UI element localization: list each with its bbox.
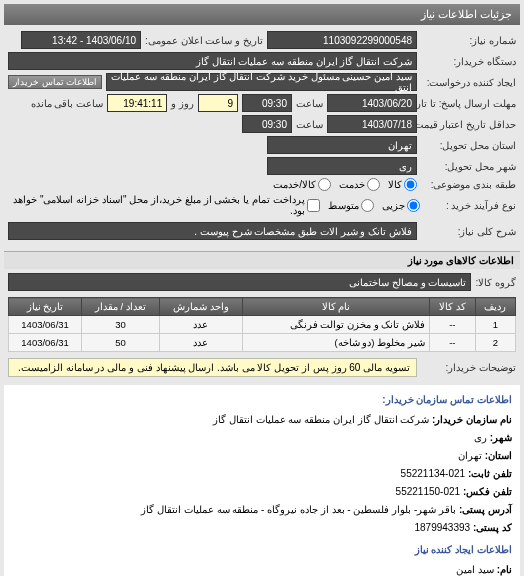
col-code: کد کالا — [429, 298, 475, 316]
panel-title: جزئیات اطلاعات نیاز — [4, 4, 520, 25]
cell: 2 — [475, 334, 515, 352]
contact-address: آدرس پستی: باقر شهر- بلوار فلسطین - بعد … — [141, 504, 512, 515]
category-label: طبقه بندی موضوعی: — [421, 179, 516, 190]
col-name: نام کالا — [243, 298, 430, 316]
cat-both-label: کالا/خدمت — [273, 179, 316, 190]
nt-note-option[interactable]: پرداخت تمام یا بخشی از مبلغ خرید،از محل … — [8, 194, 320, 216]
cat-goods-option[interactable]: کالا — [388, 178, 417, 191]
contact-province: استان: تهران — [458, 450, 512, 461]
days-remaining: 9 — [198, 94, 238, 112]
cell: شیر مخلوط (دو شاخه) — [243, 334, 430, 352]
cat-goods-label: کالا — [388, 179, 402, 190]
cell: 50 — [82, 334, 160, 352]
resp-deadline-time: 09:30 — [242, 94, 292, 112]
nt-note-label: پرداخت تمام یا بخشی از مبلغ خرید،از محل … — [8, 194, 305, 216]
days-label: روز و — [171, 98, 194, 109]
summary-field: فلاش تانک و شیر الات طبق مشخصات شرح پیوس… — [8, 222, 417, 240]
contact-name: نام: سید امین — [456, 564, 512, 575]
table-row[interactable]: 1 -- فلاش تانک و مخزن توالت فرنگی عدد 30… — [9, 316, 516, 334]
datetime-label: تاریخ و ساعت اعلان عمومی: — [145, 35, 263, 46]
cat-goods-radio[interactable] — [404, 178, 417, 191]
nt-mid-radio[interactable] — [361, 199, 374, 212]
cell: 1403/06/31 — [9, 316, 82, 334]
validity-time-label: ساعت — [296, 119, 323, 130]
contact-section: اطلاعات تماس سازمان خریدار: نام سازمان خ… — [4, 385, 520, 576]
cell: 30 — [82, 316, 160, 334]
nt-mid-option[interactable]: متوسط — [328, 199, 374, 212]
summary-label: شرح کلی نیاز: — [421, 226, 516, 237]
table-header-row: ردیف کد کالا نام کالا واحد شمارش تعداد /… — [9, 298, 516, 316]
remain-label: ساعت باقی مانده — [31, 98, 104, 109]
cell: 1 — [475, 316, 515, 334]
validity-time: 09:30 — [242, 115, 292, 133]
contact-city: شهر: ری — [474, 432, 512, 443]
items-table: ردیف کد کالا نام کالا واحد شمارش تعداد /… — [8, 297, 516, 352]
need-type-label: نوع فرآیند خرید : — [424, 200, 516, 211]
creator-label: ایجاد کننده درخواست: — [421, 77, 516, 88]
cell: فلاش تانک و مخزن توالت فرنگی — [243, 316, 430, 334]
items-table-wrap: ردیف کد کالا نام کالا واحد شمارش تعداد /… — [4, 295, 520, 354]
nt-note-checkbox[interactable] — [307, 199, 320, 212]
category-radios: کالا خدمت کالا/خدمت — [273, 178, 417, 191]
time-remaining: 19:41:11 — [107, 94, 167, 112]
validity-date: 1403/07/18 — [327, 115, 417, 133]
city-label: شهر محل تحویل: — [421, 161, 516, 172]
group-field: تاسیسات و مصالح ساختمانی — [8, 273, 471, 291]
cell: 1403/06/31 — [9, 334, 82, 352]
buyer-desc-label: توضیحات خریدار: — [421, 362, 516, 373]
creator-info-title: اطلاعات ایجاد کننده نیاز — [12, 541, 512, 559]
cell: -- — [429, 316, 475, 334]
contact-postal: کد پستی: 1879943393 — [414, 522, 512, 533]
nt-low-radio[interactable] — [407, 199, 420, 212]
validity-label: حداقل تاریخ اعتبار قیمت: تا تاریخ: — [421, 119, 516, 130]
table-row[interactable]: 2 -- شیر مخلوط (دو شاخه) عدد 50 1403/06/… — [9, 334, 516, 352]
cat-both-option[interactable]: کالا/خدمت — [273, 178, 331, 191]
province-label: استان محل تحویل: — [421, 140, 516, 151]
cell: -- — [429, 334, 475, 352]
buyer-desc-field: تسویه مالی 60 روز پس از تحویل کالا می با… — [8, 358, 417, 377]
col-unit: واحد شمارش — [159, 298, 243, 316]
contact-phone: تلفن ثابت: 021-55221134 — [401, 468, 512, 479]
province-field: تهران — [267, 136, 417, 154]
group-label: گروه کالا: — [475, 277, 516, 288]
contact-title: اطلاعات تماس سازمان خریدار: — [12, 391, 512, 409]
resp-deadline-label: مهلت ارسال پاسخ: تا تاریخ: — [421, 98, 516, 109]
nt-low-option[interactable]: جزیی — [382, 199, 420, 212]
org-label: دستگاه خریدار: — [421, 56, 516, 67]
cell: عدد — [159, 334, 243, 352]
cell: عدد — [159, 316, 243, 334]
datetime-field: 1403/06/10 - 13:42 — [21, 31, 141, 49]
nt-low-label: جزیی — [382, 200, 405, 211]
form-section: شماره نیاز: 1103092299000548 تاریخ و ساع… — [4, 29, 520, 245]
city-field: ری — [267, 157, 417, 175]
resp-time-label: ساعت — [296, 98, 323, 109]
resp-deadline-date: 1403/06/20 — [327, 94, 417, 112]
contact-fax: تلفن فکس: 021-55221150 — [396, 486, 512, 497]
col-qty: تعداد / مقدار — [82, 298, 160, 316]
org-field: شرکت انتقال گاز ایران منطقه سه عملیات ان… — [8, 52, 417, 70]
need-number-field: 1103092299000548 — [267, 31, 417, 49]
items-section-title: اطلاعات کالاهای مورد نیاز — [4, 251, 520, 269]
cat-service-radio[interactable] — [367, 178, 380, 191]
need-number-label: شماره نیاز: — [421, 35, 516, 46]
cat-both-radio[interactable] — [318, 178, 331, 191]
creator-field: سید امین حسینی مسئول خرید شرکت انتقال گا… — [106, 73, 417, 91]
nt-mid-label: متوسط — [328, 200, 359, 211]
contact-buyer-button[interactable]: اطلاعات تماس خریدار — [8, 75, 102, 89]
col-date: تاریخ نیاز — [9, 298, 82, 316]
cat-service-label: خدمت — [339, 179, 365, 190]
need-type-radios: جزیی متوسط پرداخت تمام یا بخشی از مبلغ خ… — [8, 194, 420, 216]
main-panel: جزئیات اطلاعات نیاز شماره نیاز: 11030922… — [0, 0, 524, 576]
cat-service-option[interactable]: خدمت — [339, 178, 380, 191]
col-row: ردیف — [475, 298, 515, 316]
contact-org: نام سازمان خریدار: شرکت انتقال گاز ایران… — [213, 414, 512, 425]
